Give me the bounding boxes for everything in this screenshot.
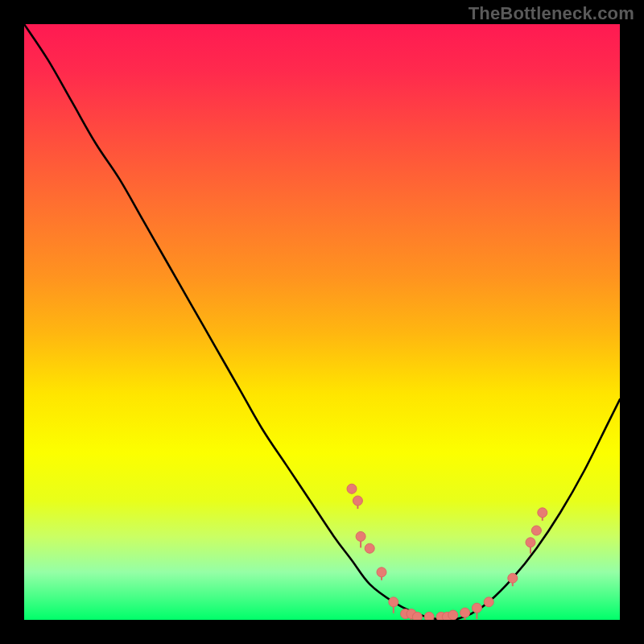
data-point xyxy=(356,531,365,541)
data-point xyxy=(424,612,434,620)
data-point xyxy=(508,573,518,583)
points-group xyxy=(347,484,547,620)
chart-frame: TheBottleneck.com xyxy=(0,0,644,644)
data-point xyxy=(353,496,362,506)
data-point xyxy=(377,568,386,577)
watermark-text: TheBottleneck.com xyxy=(469,3,634,24)
data-point xyxy=(538,508,547,518)
chart-svg xyxy=(24,24,620,620)
data-point xyxy=(365,543,374,553)
data-point xyxy=(347,484,357,493)
data-point xyxy=(526,538,535,547)
data-point xyxy=(472,603,481,613)
data-point xyxy=(484,597,493,607)
data-point xyxy=(389,597,398,607)
curve-path xyxy=(24,24,620,620)
data-point xyxy=(412,612,422,620)
data-point xyxy=(531,526,541,535)
plot-area xyxy=(24,24,620,620)
data-point xyxy=(460,608,470,617)
data-point xyxy=(448,610,458,620)
